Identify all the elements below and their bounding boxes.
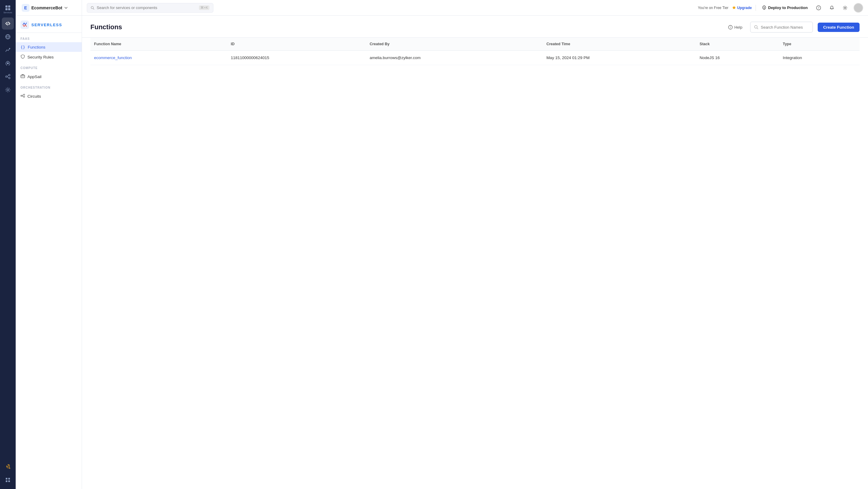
nav-rail-item-tools[interactable] [2, 461, 14, 473]
content-header: Functions ? Help Create Function [82, 16, 868, 38]
create-function-button[interactable]: Create Function [818, 23, 860, 32]
table-row: ecommerce_function 11811000000624015 ame… [90, 51, 860, 65]
nav-rail: Services [0, 0, 16, 489]
grid-icon [5, 477, 11, 483]
appsail-icon [21, 74, 25, 79]
shield-icon [21, 54, 25, 60]
gear-icon [843, 5, 847, 10]
avatar[interactable] [854, 3, 863, 13]
nav-rail-item-grid[interactable] [2, 474, 14, 486]
page-title: Functions [90, 23, 720, 31]
svg-point-19 [21, 95, 22, 96]
svg-point-23 [764, 7, 765, 8]
table-header: Function Name ID Created By Created Time… [90, 38, 860, 51]
sidebar-item-circuits[interactable]: Circuits [16, 91, 82, 101]
search-functions[interactable] [750, 22, 813, 33]
svg-rect-13 [6, 481, 7, 482]
svg-point-26 [844, 7, 846, 8]
app-name: EcommerceBot [31, 5, 62, 10]
svg-rect-11 [6, 478, 7, 480]
sidebar-item-appsail[interactable]: AppSail [16, 71, 82, 82]
cell-id: 11811000000624015 [227, 51, 366, 65]
rocket-icon [762, 5, 767, 10]
sidebar-item-functions[interactable]: {} Functions [16, 42, 82, 52]
section-label-faas: FAAS [16, 33, 82, 42]
help-label: Help [734, 25, 742, 30]
data-icon [5, 34, 11, 40]
deploy-label: Deploy to Production [768, 5, 808, 10]
cell-function-name: ecommerce_function [90, 51, 227, 65]
sidebar-title: SERVERLESS [31, 23, 62, 27]
integrations-icon [5, 73, 11, 80]
settings-button[interactable] [840, 3, 850, 13]
nav-rail-item-data[interactable] [2, 31, 14, 43]
deploy-icon [5, 60, 11, 66]
nav-rail-item-code[interactable] [2, 18, 14, 30]
divider [755, 5, 756, 11]
table-header-row: Function Name ID Created By Created Time… [90, 38, 860, 51]
svg-text:?: ? [818, 6, 819, 10]
nav-rail-item-integrations[interactable] [2, 70, 14, 83]
nav-rail-item-services[interactable]: Services [2, 3, 14, 15]
col-stack: Stack [696, 38, 779, 51]
sidebar: E EcommerceBot SERVERLESS FAAS {} Functi… [16, 0, 82, 489]
col-created-by: Created By [366, 38, 542, 51]
section-label-orchestration: ORCHESTRATION [16, 82, 82, 91]
global-search-input[interactable] [97, 5, 196, 10]
cell-created-time: May 15, 2024 01:29 PM [543, 51, 696, 65]
svg-rect-2 [5, 8, 7, 10]
sidebar-item-security-rules[interactable]: Security Rules [16, 52, 82, 62]
help-button[interactable]: ? Help [725, 23, 745, 31]
nav-rail-label-services: Services [3, 11, 12, 13]
functions-icon: {} [21, 44, 25, 50]
functions-table: Function Name ID Created By Created Time… [90, 38, 860, 65]
sidebar-item-label-appsail: AppSail [27, 74, 41, 79]
search-shortcut: ⌘+K [199, 5, 210, 10]
col-function-name: Function Name [90, 38, 227, 51]
svg-rect-0 [5, 5, 7, 7]
svg-point-20 [24, 94, 25, 95]
deploy-button[interactable]: Deploy to Production [760, 4, 810, 11]
svg-point-21 [24, 96, 25, 97]
tier-badge: You're on Free Tier [698, 6, 728, 10]
functions-table-area: Function Name ID Created By Created Time… [82, 38, 868, 489]
section-label-compute: COMPUTE [16, 62, 82, 71]
svg-point-6 [7, 62, 9, 64]
upgrade-button[interactable]: Upgrade [732, 6, 752, 10]
svg-rect-14 [8, 481, 10, 482]
tools-icon [5, 464, 11, 470]
svg-rect-3 [8, 8, 10, 10]
nav-rail-item-misc[interactable] [2, 84, 14, 96]
svg-rect-15 [21, 21, 29, 29]
main-content: ⌘+K You're on Free Tier Upgrade Deploy t… [82, 0, 868, 489]
misc-icon [5, 87, 11, 93]
svg-rect-12 [8, 478, 10, 480]
col-type: Type [779, 38, 860, 51]
bell-icon [830, 5, 834, 10]
search-functions-input[interactable] [761, 25, 809, 30]
nav-rail-item-analytics[interactable] [2, 44, 14, 56]
topbar: E EcommerceBot [16, 0, 82, 16]
notifications-button[interactable] [827, 3, 837, 13]
nav-rail-item-deploy[interactable] [2, 57, 14, 69]
svg-rect-1 [8, 5, 10, 7]
sidebar-brand: SERVERLESS [16, 16, 82, 33]
table-body: ecommerce_function 11811000000624015 ame… [90, 51, 860, 65]
svg-text:?: ? [730, 26, 731, 29]
svg-text:{}: {} [21, 45, 25, 50]
global-search[interactable]: ⌘+K [87, 3, 213, 13]
upgrade-icon [732, 6, 736, 10]
app-icon: E [22, 4, 30, 12]
sidebar-item-label-circuits: Circuits [27, 94, 41, 99]
col-id: ID [227, 38, 366, 51]
sidebar-item-label-security: Security Rules [27, 55, 54, 59]
cell-created-by: amelia.burrows@zylker.com [366, 51, 542, 65]
app-selector[interactable]: E EcommerceBot [19, 3, 70, 13]
upgrade-label: Upgrade [737, 6, 752, 10]
question-icon: ? [816, 5, 821, 10]
function-link[interactable]: ecommerce_function [94, 56, 132, 60]
services-icon [5, 5, 11, 11]
help-icon-button[interactable]: ? [814, 3, 824, 13]
svg-point-9 [9, 78, 10, 79]
circuits-icon [21, 93, 25, 99]
